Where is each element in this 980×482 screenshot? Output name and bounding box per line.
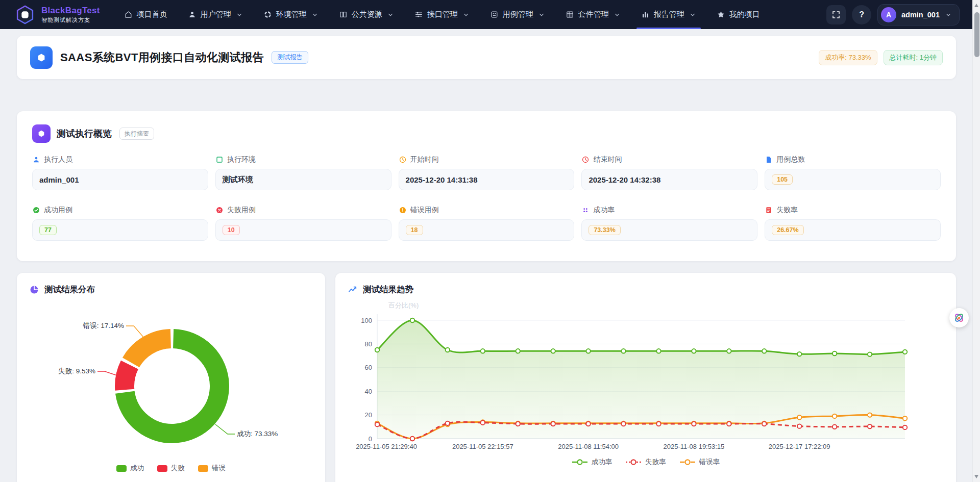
data-point-success-rate[interactable] <box>692 349 696 353</box>
chevron-down-icon <box>945 11 952 18</box>
field-input-executor[interactable]: admin_001 <box>32 169 208 190</box>
legend-item-error-rate[interactable]: 错误率 <box>679 458 720 467</box>
field-input-pass-cases[interactable]: 77 <box>32 219 208 241</box>
data-point-fail-rate[interactable] <box>410 437 414 441</box>
charts-row: 测试结果分布 错误: 17.14% 失败: 9.53% 成功: 73.33% 成… <box>17 273 956 482</box>
nav-item-case[interactable]: 用例管理 <box>483 0 552 29</box>
legend-item-success-rate[interactable]: 成功率 <box>572 458 612 467</box>
donut-segment-error[interactable] <box>131 339 170 363</box>
donut-segment-fail[interactable] <box>125 365 130 390</box>
field-input-error-cases[interactable]: 18 <box>399 219 575 241</box>
donut-leader-line <box>126 326 143 337</box>
data-point-fail-rate[interactable] <box>656 422 660 426</box>
data-point-fail-rate[interactable] <box>797 424 801 428</box>
chevron-down-icon <box>236 11 243 18</box>
data-point-error-rate[interactable] <box>832 414 837 418</box>
data-point-success-rate[interactable] <box>727 349 731 353</box>
data-point-success-rate[interactable] <box>656 349 660 353</box>
nav-item-label: 用例管理 <box>503 10 533 19</box>
field-input-fail-cases[interactable]: 10 <box>215 219 391 241</box>
floating-widget-button[interactable] <box>949 308 969 327</box>
data-point-success-rate[interactable] <box>481 349 485 353</box>
nav-item-suite[interactable]: 套件管理 <box>559 0 627 29</box>
execution-overview-card: 测试执行概览 执行摘要 执行人员admin_001执行环境测试环境开始时间202… <box>17 111 956 261</box>
fullscreen-button[interactable] <box>826 5 846 24</box>
scrollbar-up-arrow[interactable] <box>974 4 978 7</box>
brand-name: BlackBagTest <box>41 6 100 16</box>
scrollbar-down-arrow[interactable] <box>974 475 978 478</box>
field-input-pass-rate[interactable]: 73.33% <box>581 219 757 241</box>
legend-line-glyph <box>679 459 696 466</box>
trend-line-chart: 020406080100百分比(%)2025-11-05 21:29:40202… <box>348 297 944 455</box>
field-input-end-time[interactable]: 2025-12-20 14:32:38 <box>581 169 757 190</box>
data-point-fail-rate[interactable] <box>586 422 590 426</box>
brand-logo[interactable]: BlackBagTest 智能测试解决方案 <box>14 4 100 26</box>
nav-item-home[interactable]: 项目首页 <box>117 0 174 29</box>
data-point-success-rate[interactable] <box>446 348 450 352</box>
field-label: 用例总数 <box>776 155 805 164</box>
data-point-fail-rate[interactable] <box>481 420 485 424</box>
nav-item-report[interactable]: 报告管理 <box>634 0 703 29</box>
data-point-success-rate[interactable] <box>375 348 379 352</box>
legend-swatch <box>157 465 167 472</box>
legend-label: 错误率 <box>699 458 720 467</box>
data-point-success-rate[interactable] <box>551 349 555 353</box>
field-input-start-time[interactable]: 2025-12-20 14:31:38 <box>399 169 575 190</box>
case-icon <box>490 10 499 19</box>
data-point-fail-rate[interactable] <box>762 422 766 426</box>
data-point-success-rate[interactable] <box>410 318 414 322</box>
data-point-success-rate[interactable] <box>621 349 625 353</box>
nav-item-label: 套件管理 <box>578 10 609 19</box>
data-point-fail-rate[interactable] <box>868 424 872 428</box>
data-point-error-rate[interactable] <box>903 416 907 420</box>
data-point-success-rate[interactable] <box>797 352 801 356</box>
line-success-rate <box>377 320 905 354</box>
legend-item-success[interactable]: 成功 <box>116 464 144 473</box>
data-point-fail-rate[interactable] <box>903 425 907 429</box>
chevron-down-icon <box>462 11 470 18</box>
field-label: 错误用例 <box>410 206 439 215</box>
data-point-error-rate[interactable] <box>797 415 801 419</box>
help-button[interactable]: ? <box>852 5 871 24</box>
data-point-fail-rate[interactable] <box>516 422 520 426</box>
field-input-environment[interactable]: 测试环境 <box>215 169 391 190</box>
nav-item-env[interactable]: 环境管理 <box>257 0 325 29</box>
x-tick-label: 2025-11-05 21:29:40 <box>356 443 417 450</box>
field-value: 测试环境 <box>223 175 253 185</box>
field-label: 失败率 <box>776 206 798 215</box>
chevron-down-icon <box>311 11 318 18</box>
legend-item-fail[interactable]: 失败 <box>157 464 185 473</box>
data-point-success-rate[interactable] <box>516 349 520 353</box>
data-point-success-rate[interactable] <box>903 350 907 354</box>
data-point-success-rate[interactable] <box>868 352 872 356</box>
legend-line-glyph <box>625 459 642 466</box>
user-menu[interactable]: A admin_001 <box>877 4 960 26</box>
nav-item-projects[interactable]: 我的项目 <box>710 0 767 29</box>
x-tick-label: 2025-11-08 19:53:15 <box>664 443 725 450</box>
nav-item-api[interactable]: 接口管理 <box>408 0 476 29</box>
nav-item-resource[interactable]: 公共资源 <box>332 0 401 29</box>
data-point-fail-rate[interactable] <box>446 421 450 425</box>
pie-chart-icon <box>29 285 39 295</box>
field-value-badge: 18 <box>406 225 423 235</box>
data-point-fail-rate[interactable] <box>692 422 696 426</box>
scrollbar-thumb[interactable] <box>974 12 979 57</box>
data-point-success-rate[interactable] <box>762 349 766 353</box>
field-input-fail-rate[interactable]: 26.67% <box>765 219 941 241</box>
data-point-fail-rate[interactable] <box>551 422 555 426</box>
data-point-fail-rate[interactable] <box>727 422 731 426</box>
data-point-fail-rate[interactable] <box>621 422 625 426</box>
legend-item-error[interactable]: 错误 <box>198 464 226 473</box>
nav-item-users[interactable]: 用户管理 <box>181 0 250 29</box>
data-point-success-rate[interactable] <box>832 351 837 356</box>
data-point-success-rate[interactable] <box>586 349 590 353</box>
data-point-fail-rate[interactable] <box>832 425 837 429</box>
vertical-scrollbar <box>972 0 980 482</box>
distribution-chart-title: 测试结果分布 <box>44 284 95 295</box>
data-point-fail-rate[interactable] <box>375 422 379 426</box>
legend-item-fail-rate[interactable]: 失败率 <box>625 458 666 467</box>
data-point-error-rate[interactable] <box>868 413 872 417</box>
y-tick-label: 20 <box>365 411 372 419</box>
field-input-total-cases[interactable]: 105 <box>765 169 941 190</box>
field-pass-rate: 成功率73.33% <box>581 206 757 241</box>
